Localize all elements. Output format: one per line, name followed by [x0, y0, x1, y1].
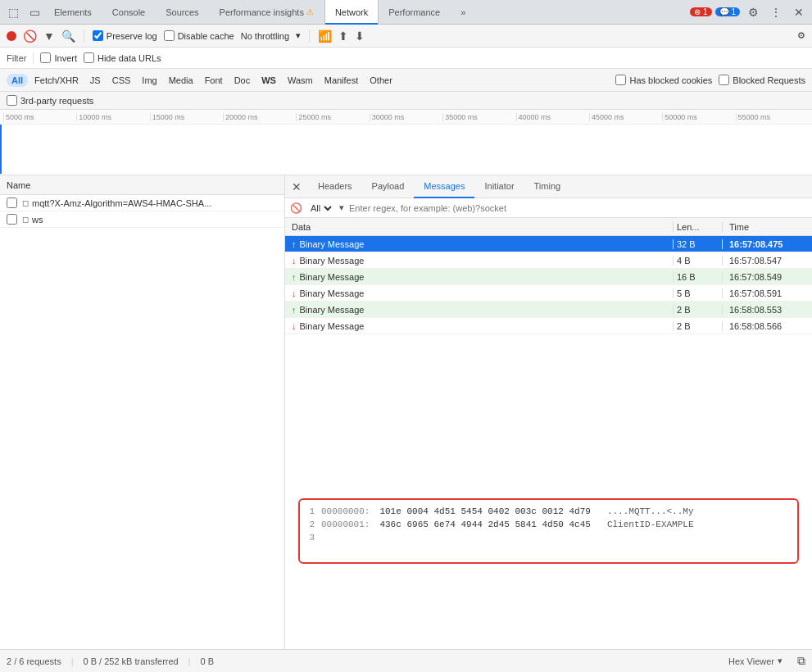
third-party-label[interactable]: 3rd-party requests: [7, 95, 93, 106]
console-badge: 💬 1: [715, 7, 740, 16]
type-btn-manifest[interactable]: Manifest: [320, 74, 364, 87]
messages-filter-input[interactable]: [349, 203, 807, 213]
hex-linenum-1: 1: [305, 505, 315, 518]
item-checkbox-2[interactable]: [7, 214, 17, 225]
right-panel: ✕ Headers Payload Messages Initiator Tim…: [285, 175, 812, 649]
invert-checkbox[interactable]: [40, 52, 51, 63]
hex-line-3: 3: [305, 531, 792, 544]
msg-len: 4 B: [673, 256, 722, 266]
hex-viewer-button[interactable]: Hex Viewer ▾: [724, 654, 787, 668]
filter-label: Filter: [7, 53, 26, 63]
tick-15000: 15000 ms: [150, 113, 223, 121]
list-item[interactable]: ◻ mqtt?X-Amz-Algorithm=AWS4-HMAC-SHA...: [0, 195, 284, 211]
hex-linenum-3: 3: [305, 531, 315, 544]
hex-linenum-2: 2: [305, 518, 315, 531]
hex-ascii-1: ....MQTT...<..My: [607, 505, 694, 518]
settings-button[interactable]: ⚙: [743, 2, 763, 22]
type-btn-all[interactable]: All: [7, 74, 28, 87]
type-btn-js[interactable]: JS: [85, 74, 106, 87]
msg-row[interactable]: ↑ Binary Message 2 B 16:58:08.553: [285, 302, 812, 318]
throttle-dropdown-arrow[interactable]: ▾: [296, 30, 301, 41]
tab-payload[interactable]: Payload: [362, 175, 415, 198]
tick-55000: 55000 ms: [736, 113, 809, 121]
copy-icon[interactable]: ⧉: [797, 654, 805, 668]
preserve-log-checkbox[interactable]: [93, 30, 103, 41]
filter-bar: Filter Invert Hide data URLs: [0, 48, 812, 69]
col-len-header: Len...: [673, 222, 722, 232]
tab-more[interactable]: »: [451, 0, 476, 25]
preserve-log-label[interactable]: Preserve log: [93, 30, 157, 41]
record-button[interactable]: [7, 31, 16, 41]
msg-len: 2 B: [673, 305, 722, 315]
msg-row[interactable]: ↓ Binary Message 5 B 16:57:08.591: [285, 285, 812, 302]
more-button[interactable]: ⋮: [766, 2, 786, 22]
msg-row[interactable]: ↑ Binary Message 32 B 16:57:08.475: [285, 236, 812, 252]
type-btn-fetch-xhr[interactable]: Fetch/XHR: [29, 74, 84, 87]
type-btn-other[interactable]: Other: [365, 74, 397, 87]
hex-viewer-section: 1 00000000: 101e 0004 4d51 5454 0402 003…: [285, 488, 812, 649]
filter-separator: [33, 52, 34, 64]
list-item[interactable]: ◻ ws: [0, 211, 284, 228]
tab-performance-insights[interactable]: Performance insights⚠: [210, 0, 324, 25]
hex-line-1: 1 00000000: 101e 0004 4d51 5454 0402 003…: [305, 505, 792, 518]
tab-network[interactable]: Network: [324, 0, 379, 25]
col-data-header: Data: [285, 222, 673, 232]
msg-len: 32 B: [673, 239, 722, 249]
messages-type-dropdown[interactable]: All: [307, 202, 334, 214]
tab-sources[interactable]: Sources: [156, 0, 209, 25]
messages-list: ↑ Binary Message 32 B 16:57:08.475 ↓ Bin…: [285, 236, 812, 334]
type-btn-img[interactable]: Img: [137, 74, 161, 87]
requests-count: 2 / 6 requests: [7, 656, 61, 666]
clear-button[interactable]: 🚫: [23, 30, 37, 43]
type-btn-css[interactable]: CSS: [107, 74, 136, 87]
blocked-requests-checkbox[interactable]: [719, 75, 729, 85]
transferred-info: 0 B / 252 kB transferred: [84, 656, 179, 666]
item-checkbox-1[interactable]: [7, 198, 17, 208]
tab-headers[interactable]: Headers: [308, 175, 362, 198]
tab-console[interactable]: Console: [102, 0, 156, 25]
settings-right[interactable]: ⚙: [797, 30, 805, 41]
tab-elements[interactable]: Elements: [44, 0, 102, 25]
blocked-requests-label[interactable]: Blocked Requests: [719, 75, 805, 85]
download-icon[interactable]: ⬇: [355, 30, 365, 43]
msg-row[interactable]: ↓ Binary Message 2 B 16:58:08.566: [285, 318, 812, 334]
filter-button[interactable]: ▼: [43, 30, 55, 43]
has-blocked-cookies-checkbox[interactable]: [615, 75, 626, 85]
hide-data-urls-checkbox[interactable]: [84, 52, 94, 63]
msg-row[interactable]: ↓ Binary Message 4 B 16:57:08.547: [285, 252, 812, 269]
disable-cache-label[interactable]: Disable cache: [164, 30, 234, 41]
msg-time: 16:58:08.566: [722, 321, 812, 331]
close-button[interactable]: ✕: [789, 2, 809, 22]
tab-performance[interactable]: Performance: [379, 0, 451, 25]
inspect-icon[interactable]: ⬚: [3, 2, 23, 22]
hex-address-2: 00000001:: [321, 518, 370, 531]
type-btn-ws[interactable]: WS: [256, 74, 281, 87]
hide-data-urls-label[interactable]: Hide data URLs: [84, 52, 161, 63]
type-btn-font[interactable]: Font: [200, 74, 228, 87]
device-icon[interactable]: ▭: [25, 2, 44, 22]
tab-timing[interactable]: Timing: [524, 175, 571, 198]
tab-initiator[interactable]: Initiator: [474, 175, 524, 198]
wifi-icon[interactable]: 📶: [318, 30, 332, 43]
search-button[interactable]: 🔍: [61, 30, 75, 43]
tab-messages[interactable]: Messages: [414, 175, 474, 198]
hex-address-1: 00000000:: [321, 505, 370, 518]
disable-cache-checkbox[interactable]: [164, 30, 175, 41]
upload-icon[interactable]: ⬆: [338, 30, 348, 43]
has-blocked-cookies-label[interactable]: Has blocked cookies: [615, 75, 712, 85]
dropdown-arrow-icon: ▾: [778, 656, 783, 666]
arrow-up-icon: ↑: [292, 272, 297, 282]
type-btn-wasm[interactable]: Wasm: [283, 74, 318, 87]
type-btn-doc[interactable]: Doc: [229, 74, 256, 87]
close-panel-button[interactable]: ✕: [288, 179, 305, 195]
tick-45000: 45000 ms: [589, 113, 662, 121]
hex-bytes-2: 436c 6965 6e74 4944 2d45 5841 4d50 4c45: [379, 518, 590, 531]
invert-label[interactable]: Invert: [40, 52, 77, 63]
dropdown-arrow-icon: ▾: [339, 202, 344, 213]
left-panel: Name ◻ mqtt?X-Amz-Algorithm=AWS4-HMAC-SH…: [0, 175, 285, 649]
third-party-checkbox[interactable]: [7, 95, 17, 106]
type-btn-media[interactable]: Media: [164, 74, 198, 87]
error-badge: ⊗ 1: [690, 7, 711, 16]
msg-row[interactable]: ↑ Binary Message 16 B 16:57:08.549: [285, 269, 812, 285]
messages-table-header: Data Len... Time: [285, 218, 812, 236]
